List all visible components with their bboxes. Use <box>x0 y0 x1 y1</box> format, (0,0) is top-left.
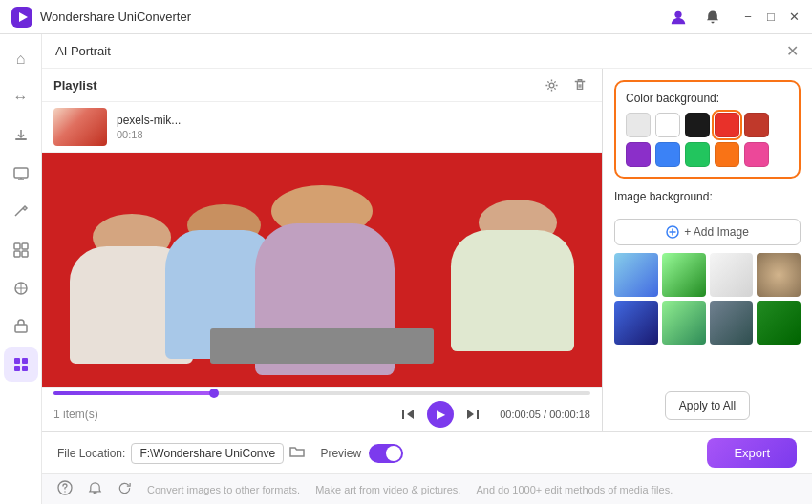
playback-controls: ▶ 00:00:05 / 00:00:18 <box>396 401 590 428</box>
footer-text-3: And do 1000+ edit methods of media files… <box>476 484 673 495</box>
image-thumb-3[interactable] <box>710 253 754 297</box>
svg-rect-16 <box>22 366 28 371</box>
bottom-bar: File Location: Preview Export <box>42 431 812 473</box>
image-thumb-1[interactable] <box>614 253 658 297</box>
help-icon[interactable] <box>57 480 73 498</box>
image-thumb-5[interactable] <box>614 301 658 345</box>
playlist-settings-button[interactable] <box>541 74 562 95</box>
progress-thumb[interactable] <box>209 388 219 398</box>
color-background-section: Color background: <box>614 80 801 178</box>
notification-bottom-icon[interactable] <box>88 481 102 498</box>
folder-button[interactable] <box>289 444 305 463</box>
playlist-duration: 00:18 <box>117 129 181 140</box>
left-panel: Playlist p <box>42 69 603 431</box>
sidebar-item-convert[interactable]: ↔ <box>4 80 38 115</box>
color-swatch-red[interactable] <box>715 113 739 137</box>
progress-fill <box>53 391 215 395</box>
color-swatch-darkred[interactable] <box>744 113 769 137</box>
titlebar: Wondershare UniConverter − □ ✕ <box>0 0 812 34</box>
svg-marker-22 <box>467 410 474 419</box>
playlist-filename: pexels-mik... <box>117 114 181 127</box>
panel-close-button[interactable]: ✕ <box>786 42 799 60</box>
video-controls: 1 item(s) ▶ 00:00:05 / <box>42 387 602 431</box>
color-swatch-white[interactable] <box>655 113 680 137</box>
image-thumb-2[interactable] <box>662 253 706 297</box>
svg-rect-12 <box>15 325 27 332</box>
sidebar-item-download[interactable] <box>4 118 38 153</box>
image-thumb-4[interactable] <box>757 253 801 297</box>
time-display: 00:00:05 / 00:00:18 <box>500 409 590 420</box>
image-grid <box>614 253 801 345</box>
playlist-item-info: pexels-mik... 00:18 <box>117 114 181 140</box>
svg-rect-3 <box>15 138 27 140</box>
svg-rect-13 <box>14 358 20 364</box>
progress-bar[interactable] <box>53 391 590 395</box>
color-swatch-purple[interactable] <box>626 142 651 167</box>
color-swatch-black[interactable] <box>685 113 710 137</box>
playlist-thumbnail <box>53 108 107 146</box>
svg-rect-21 <box>402 410 404 419</box>
close-button[interactable]: ✕ <box>787 10 801 24</box>
playlist-header: Playlist <box>42 69 602 102</box>
footer-text-1: Convert images to other formats. <box>147 484 300 495</box>
person4-body <box>451 230 574 351</box>
sidebar: ⌂ ↔ <box>0 34 42 504</box>
image-thumb-8[interactable] <box>757 301 801 345</box>
sidebar-item-edit[interactable] <box>4 195 38 229</box>
app-title: Wondershare UniConverter <box>40 10 665 24</box>
refresh-bottom-icon[interactable] <box>118 481 132 498</box>
toggle-thumb <box>386 446 401 461</box>
middle-section: Playlist p <box>42 69 812 431</box>
color-grid <box>626 113 789 167</box>
content-area: AI Portrait ✕ Playlist <box>42 34 812 504</box>
playlist-title: Playlist <box>53 78 97 93</box>
play-button[interactable]: ▶ <box>427 401 454 428</box>
color-swatch-lightgray[interactable] <box>626 113 651 137</box>
very-bottom: Convert images to other formats. Make ar… <box>42 473 812 504</box>
preview-section: Preview <box>320 444 403 463</box>
minimize-button[interactable]: − <box>741 10 755 24</box>
sidebar-item-toolkit[interactable] <box>4 347 38 382</box>
color-swatch-orange[interactable] <box>715 142 739 167</box>
notification-icon[interactable] <box>699 4 726 31</box>
add-image-label: + Add Image <box>684 225 749 239</box>
add-image-button[interactable]: + Add Image <box>614 219 801 245</box>
video-preview <box>42 153 602 387</box>
svg-rect-9 <box>14 251 20 257</box>
svg-rect-7 <box>14 243 20 249</box>
next-button[interactable] <box>461 403 484 426</box>
sidebar-item-merge[interactable] <box>4 233 38 267</box>
sidebar-item-toolbox[interactable] <box>4 309 38 344</box>
user-icon[interactable] <box>665 4 692 31</box>
image-thumb-7[interactable] <box>710 301 754 345</box>
color-swatch-pink[interactable] <box>744 142 769 167</box>
panel-header: AI Portrait ✕ <box>42 34 812 69</box>
preview-toggle[interactable] <box>369 444 403 463</box>
app-logo <box>11 7 32 28</box>
sidebar-item-effects[interactable] <box>4 271 38 305</box>
color-swatch-blue[interactable] <box>655 142 680 167</box>
export-button[interactable]: Export <box>707 438 797 468</box>
svg-rect-4 <box>14 168 28 178</box>
image-thumb-6[interactable] <box>662 301 706 345</box>
color-background-label: Color background: <box>626 92 789 105</box>
playlist-delete-button[interactable] <box>569 74 590 95</box>
apply-to-all-button[interactable]: Apply to All <box>665 391 750 420</box>
svg-rect-10 <box>22 251 28 257</box>
sidebar-item-home[interactable]: ⌂ <box>4 42 38 76</box>
sidebar-item-screen[interactable] <box>4 157 38 191</box>
window-buttons: − □ ✕ <box>741 10 801 24</box>
svg-point-17 <box>549 83 554 88</box>
current-time: 00:00:05 <box>500 409 541 420</box>
color-swatch-green[interactable] <box>685 142 710 167</box>
maximize-button[interactable]: □ <box>764 10 778 24</box>
image-background-label: Image background: <box>614 190 801 203</box>
file-path-input[interactable] <box>131 443 284 464</box>
prev-button[interactable] <box>396 403 419 426</box>
controls-row: 1 item(s) ▶ 00:00:05 / <box>53 401 590 428</box>
svg-rect-8 <box>22 243 28 249</box>
playlist-item[interactable]: pexels-mik... 00:18 <box>42 102 602 153</box>
total-time: 00:00:18 <box>549 409 590 420</box>
file-location: File Location: <box>57 443 305 464</box>
svg-rect-14 <box>22 358 28 364</box>
